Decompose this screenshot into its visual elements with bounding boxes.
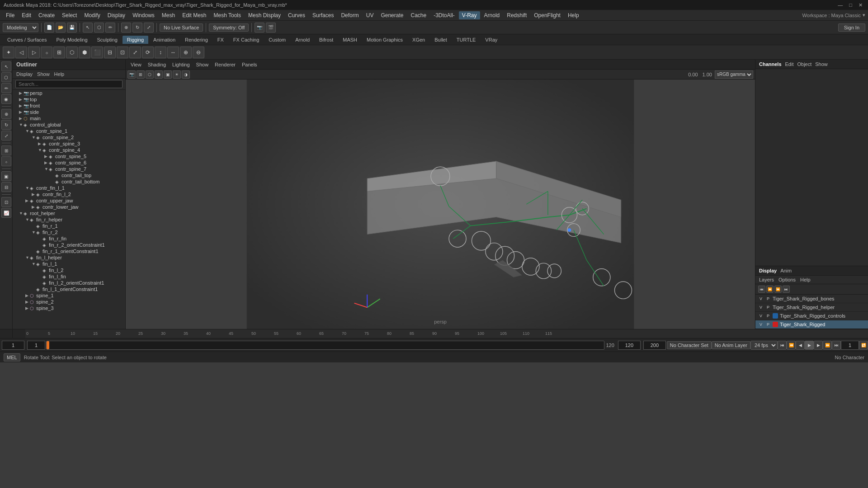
tab-poly-modeling[interactable]: Poly Modeling — [52, 36, 92, 44]
anim-slider[interactable] — [46, 341, 604, 350]
paint-select-btn[interactable]: ✏ — [1, 83, 11, 93]
tab-curves-surfaces[interactable]: Curves / Surfaces — [3, 36, 51, 44]
viewport-canvas[interactable]: persp — [126, 80, 755, 329]
menu-vray[interactable]: V-Ray — [459, 11, 480, 19]
graph-editor-btn[interactable]: 📈 — [1, 208, 11, 218]
menu-display[interactable]: Display — [104, 11, 128, 19]
list-item[interactable]: ◈ contr_tail_bottom — [13, 178, 125, 185]
soft-select-btn[interactable]: ◉ — [1, 94, 11, 104]
anim-layer-btn[interactable]: No Anim Layer — [712, 341, 750, 349]
list-item[interactable]: ▶ 📷 persp — [13, 90, 125, 96]
live-surface-btn[interactable]: No Live Surface — [160, 23, 203, 32]
menu-surfaces[interactable]: Surfaces — [309, 11, 337, 19]
open-scene-btn[interactable]: 📂 — [56, 23, 66, 33]
viewport-panel[interactable]: View Shading Lighting Show Renderer Pane… — [126, 60, 755, 329]
vp-wire-btn[interactable]: ⬡ — [146, 70, 154, 79]
tab-rendering[interactable]: Rendering — [180, 36, 212, 44]
tab-rigging[interactable]: Rigging — [123, 36, 148, 44]
menu-windows[interactable]: Windows — [129, 11, 158, 19]
rotate-btn[interactable]: ↻ — [132, 23, 142, 33]
shelf-btn-3[interactable]: ⬦ — [41, 47, 52, 58]
list-item[interactable]: ▶ 📷 side — [13, 109, 125, 115]
shelf-btn-2[interactable]: ▷ — [28, 47, 40, 58]
anim-tab[interactable]: Anim — [780, 268, 792, 273]
layer-row-bones[interactable]: V P Tiger_Shark_Rigged_bones — [755, 295, 868, 303]
prev-key-btn[interactable]: ⏪ — [787, 341, 796, 350]
menu-help[interactable]: Help — [565, 11, 582, 19]
layer-nav-btn-1[interactable]: ⏮ — [758, 286, 765, 293]
display-tab[interactable]: Display — [759, 268, 777, 273]
list-item[interactable]: ▼ ◈ fin_l_helper — [13, 254, 125, 261]
list-item[interactable]: ▶ ◈ contr_spine_3 — [13, 141, 125, 147]
shelf-btn-15[interactable]: ⊖ — [193, 47, 204, 58]
tab-custom[interactable]: Custom — [264, 36, 290, 44]
sign-in-btn[interactable]: Sign In — [838, 23, 865, 32]
next-key-btn[interactable]: ⏩ — [823, 341, 832, 350]
gamma-select[interactable]: sRGB gamma — [715, 70, 753, 79]
menu-arnold[interactable]: Arnold — [481, 11, 503, 19]
shelf-btn-1[interactable]: ◁ — [15, 47, 27, 58]
shelf-btn-14[interactable]: ⊕ — [180, 47, 192, 58]
move-tool-btn[interactable]: ⊕ — [1, 109, 11, 119]
select-mode-btn[interactable]: ↖ — [1, 61, 11, 71]
list-item[interactable]: ▼ ◈ root_helper — [13, 210, 125, 216]
workspace-chevron[interactable]: ▾ — [863, 12, 865, 18]
select-tool-btn[interactable]: ↖ — [83, 23, 93, 33]
menu-cache[interactable]: Cache — [407, 11, 429, 19]
search-input[interactable] — [15, 80, 123, 88]
layer-nav-btn-3[interactable]: ⏩ — [774, 286, 782, 293]
list-item[interactable]: ▼ ◈ contr_spine_2 — [13, 134, 125, 141]
outliner-show-menu[interactable]: Show — [37, 71, 50, 77]
list-item[interactable]: ◈ fin_l_fin — [13, 273, 125, 280]
node-editor-btn[interactable]: ⊡ — [1, 197, 11, 207]
list-item[interactable]: ▼ ◈ contr_fin_l_1 — [13, 185, 125, 191]
list-item[interactable]: ◈ fin_l_1_orientConstraint1 — [13, 286, 125, 292]
scale-tool-btn[interactable]: ⤢ — [1, 131, 11, 141]
mel-button[interactable]: MEL — [4, 353, 20, 361]
list-item[interactable]: ▼ ◈ contr_spine_1 — [13, 128, 125, 134]
next-frame-btn[interactable]: ▶ — [814, 341, 823, 350]
char-set-btn[interactable]: No Character Set — [667, 341, 712, 349]
list-item[interactable]: ▼ ◈ fin_r_helper — [13, 216, 125, 223]
lighting-menu[interactable]: Lighting — [170, 61, 192, 68]
layer-nav-btn-2[interactable]: ⏪ — [766, 286, 774, 293]
lasso-select-btn[interactable]: ⬡ — [1, 72, 11, 82]
menu-uv[interactable]: UV — [363, 11, 377, 19]
mode-selector[interactable]: Modeling Rigging Animation — [3, 23, 38, 32]
shelf-icon-btn[interactable]: ✦ — [3, 47, 14, 58]
show-menu[interactable]: Show — [194, 61, 211, 68]
save-scene-btn[interactable]: 💾 — [67, 23, 77, 33]
tab-xgen[interactable]: XGen — [408, 36, 429, 44]
channels-tab-show[interactable]: Show — [815, 61, 828, 67]
shelf-btn-5[interactable]: ⬡ — [66, 47, 78, 58]
title-bar-controls[interactable]: — □ ✕ — [836, 2, 864, 8]
channels-tab-display[interactable]: Channels — [759, 61, 782, 67]
layers-menu-options[interactable]: Options — [778, 277, 796, 282]
list-item[interactable]: ▶ 📷 front — [13, 103, 125, 109]
layers-menu-help[interactable]: Help — [800, 277, 811, 282]
list-item[interactable]: ▶ ◈ contr_upper_jaw — [13, 197, 125, 204]
vp-texture-btn[interactable]: ▣ — [164, 70, 172, 79]
mirror-btn[interactable]: ⬦ — [1, 156, 11, 166]
list-item[interactable]: ▶ ◈ contr_fin_l_2 — [13, 191, 125, 197]
menu-edit-mesh[interactable]: Edit Mesh — [179, 11, 209, 19]
list-item[interactable]: ▶ ◈ contr_spine_6 — [13, 160, 125, 166]
shelf-btn-10[interactable]: ⤢ — [129, 47, 141, 58]
list-item[interactable]: ▶ 📷 top — [13, 96, 125, 103]
tab-fx[interactable]: FX — [213, 36, 228, 44]
menu-mesh-tools[interactable]: Mesh Tools — [211, 11, 244, 19]
layer-row-shark[interactable]: V P Tiger_Shark_Rigged — [755, 320, 868, 329]
tab-turtle[interactable]: TURTLE — [452, 36, 481, 44]
shelf-btn-7[interactable]: ⬛ — [91, 47, 103, 58]
list-item[interactable]: ▶ ◈ contr_lower_jaw — [13, 204, 125, 210]
shelf-btn-6[interactable]: ⬢ — [79, 47, 90, 58]
list-item[interactable]: ▼ ◈ fin_r_2 — [13, 229, 125, 235]
list-item[interactable]: ◈ fin_r_fin — [13, 235, 125, 242]
panels-menu[interactable]: Panels — [240, 61, 259, 68]
lasso-btn[interactable]: ⬡ — [94, 23, 104, 33]
tab-bifrost[interactable]: Bifrost — [315, 36, 338, 44]
anim-range-end[interactable] — [618, 341, 641, 350]
anim-range-start[interactable] — [2, 341, 24, 350]
symmetry-btn[interactable]: Symmetry: Off — [209, 23, 249, 32]
layer-nav-btn-4[interactable]: ⏭ — [783, 286, 790, 293]
